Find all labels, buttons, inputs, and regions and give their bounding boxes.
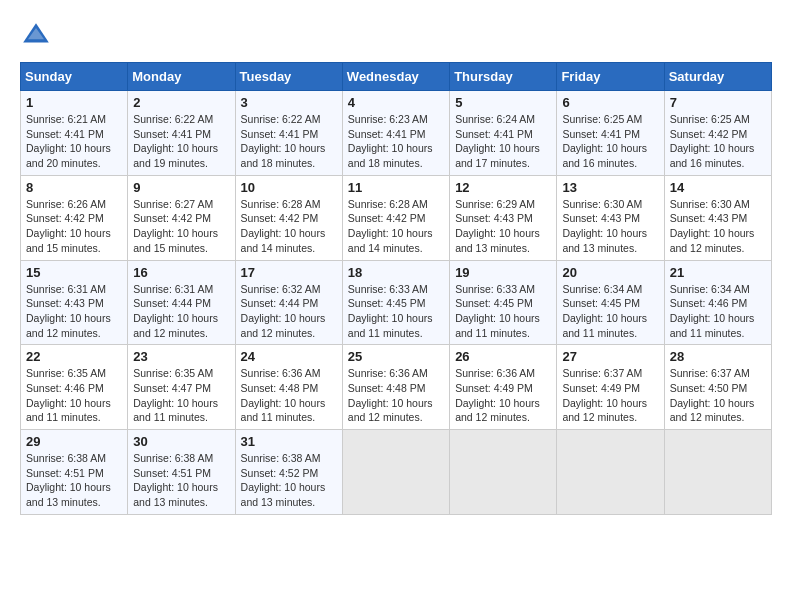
logo [20, 20, 56, 52]
day-number: 16 [133, 265, 229, 280]
day-info: Sunrise: 6:29 AMSunset: 4:43 PMDaylight:… [455, 197, 551, 256]
day-info: Sunrise: 6:32 AMSunset: 4:44 PMDaylight:… [241, 282, 337, 341]
day-number: 22 [26, 349, 122, 364]
day-number: 23 [133, 349, 229, 364]
calendar-cell: 23Sunrise: 6:35 AMSunset: 4:47 PMDayligh… [128, 345, 235, 430]
day-info: Sunrise: 6:22 AMSunset: 4:41 PMDaylight:… [241, 112, 337, 171]
day-info: Sunrise: 6:25 AMSunset: 4:42 PMDaylight:… [670, 112, 766, 171]
calendar-cell: 28Sunrise: 6:37 AMSunset: 4:50 PMDayligh… [664, 345, 771, 430]
day-info: Sunrise: 6:36 AMSunset: 4:48 PMDaylight:… [348, 366, 444, 425]
day-info: Sunrise: 6:22 AMSunset: 4:41 PMDaylight:… [133, 112, 229, 171]
header-day: Wednesday [342, 63, 449, 91]
calendar-cell: 13Sunrise: 6:30 AMSunset: 4:43 PMDayligh… [557, 175, 664, 260]
day-info: Sunrise: 6:27 AMSunset: 4:42 PMDaylight:… [133, 197, 229, 256]
day-number: 2 [133, 95, 229, 110]
day-info: Sunrise: 6:38 AMSunset: 4:51 PMDaylight:… [133, 451, 229, 510]
calendar-cell [342, 430, 449, 515]
day-info: Sunrise: 6:31 AMSunset: 4:44 PMDaylight:… [133, 282, 229, 341]
calendar-cell: 29Sunrise: 6:38 AMSunset: 4:51 PMDayligh… [21, 430, 128, 515]
day-number: 28 [670, 349, 766, 364]
day-number: 30 [133, 434, 229, 449]
day-number: 18 [348, 265, 444, 280]
day-number: 26 [455, 349, 551, 364]
calendar-week: 29Sunrise: 6:38 AMSunset: 4:51 PMDayligh… [21, 430, 772, 515]
day-number: 27 [562, 349, 658, 364]
header-day: Sunday [21, 63, 128, 91]
calendar-cell: 14Sunrise: 6:30 AMSunset: 4:43 PMDayligh… [664, 175, 771, 260]
calendar-cell [450, 430, 557, 515]
calendar-cell: 7Sunrise: 6:25 AMSunset: 4:42 PMDaylight… [664, 91, 771, 176]
day-info: Sunrise: 6:34 AMSunset: 4:45 PMDaylight:… [562, 282, 658, 341]
calendar-cell [664, 430, 771, 515]
calendar-cell: 3Sunrise: 6:22 AMSunset: 4:41 PMDaylight… [235, 91, 342, 176]
day-info: Sunrise: 6:36 AMSunset: 4:48 PMDaylight:… [241, 366, 337, 425]
day-info: Sunrise: 6:25 AMSunset: 4:41 PMDaylight:… [562, 112, 658, 171]
day-number: 25 [348, 349, 444, 364]
day-number: 3 [241, 95, 337, 110]
logo-icon [20, 20, 52, 52]
day-info: Sunrise: 6:28 AMSunset: 4:42 PMDaylight:… [348, 197, 444, 256]
day-number: 11 [348, 180, 444, 195]
header-row: SundayMondayTuesdayWednesdayThursdayFrid… [21, 63, 772, 91]
day-info: Sunrise: 6:23 AMSunset: 4:41 PMDaylight:… [348, 112, 444, 171]
day-info: Sunrise: 6:35 AMSunset: 4:46 PMDaylight:… [26, 366, 122, 425]
day-info: Sunrise: 6:21 AMSunset: 4:41 PMDaylight:… [26, 112, 122, 171]
day-number: 5 [455, 95, 551, 110]
day-info: Sunrise: 6:35 AMSunset: 4:47 PMDaylight:… [133, 366, 229, 425]
day-number: 19 [455, 265, 551, 280]
day-info: Sunrise: 6:28 AMSunset: 4:42 PMDaylight:… [241, 197, 337, 256]
day-number: 14 [670, 180, 766, 195]
calendar-cell: 19Sunrise: 6:33 AMSunset: 4:45 PMDayligh… [450, 260, 557, 345]
calendar-cell: 15Sunrise: 6:31 AMSunset: 4:43 PMDayligh… [21, 260, 128, 345]
calendar-cell: 26Sunrise: 6:36 AMSunset: 4:49 PMDayligh… [450, 345, 557, 430]
day-number: 7 [670, 95, 766, 110]
header-day: Friday [557, 63, 664, 91]
day-number: 13 [562, 180, 658, 195]
calendar-cell: 9Sunrise: 6:27 AMSunset: 4:42 PMDaylight… [128, 175, 235, 260]
calendar-cell: 21Sunrise: 6:34 AMSunset: 4:46 PMDayligh… [664, 260, 771, 345]
day-info: Sunrise: 6:37 AMSunset: 4:49 PMDaylight:… [562, 366, 658, 425]
calendar-cell [557, 430, 664, 515]
calendar-cell: 10Sunrise: 6:28 AMSunset: 4:42 PMDayligh… [235, 175, 342, 260]
day-number: 24 [241, 349, 337, 364]
calendar-cell: 1Sunrise: 6:21 AMSunset: 4:41 PMDaylight… [21, 91, 128, 176]
day-number: 17 [241, 265, 337, 280]
day-number: 29 [26, 434, 122, 449]
calendar-cell: 18Sunrise: 6:33 AMSunset: 4:45 PMDayligh… [342, 260, 449, 345]
calendar-cell: 8Sunrise: 6:26 AMSunset: 4:42 PMDaylight… [21, 175, 128, 260]
calendar-cell: 16Sunrise: 6:31 AMSunset: 4:44 PMDayligh… [128, 260, 235, 345]
day-number: 12 [455, 180, 551, 195]
calendar-cell: 31Sunrise: 6:38 AMSunset: 4:52 PMDayligh… [235, 430, 342, 515]
calendar-cell: 11Sunrise: 6:28 AMSunset: 4:42 PMDayligh… [342, 175, 449, 260]
calendar-cell: 27Sunrise: 6:37 AMSunset: 4:49 PMDayligh… [557, 345, 664, 430]
header-day: Saturday [664, 63, 771, 91]
calendar-week: 8Sunrise: 6:26 AMSunset: 4:42 PMDaylight… [21, 175, 772, 260]
day-number: 9 [133, 180, 229, 195]
calendar-cell: 24Sunrise: 6:36 AMSunset: 4:48 PMDayligh… [235, 345, 342, 430]
calendar-body: 1Sunrise: 6:21 AMSunset: 4:41 PMDaylight… [21, 91, 772, 515]
day-number: 8 [26, 180, 122, 195]
day-info: Sunrise: 6:36 AMSunset: 4:49 PMDaylight:… [455, 366, 551, 425]
page-header [20, 20, 772, 52]
day-number: 15 [26, 265, 122, 280]
calendar-cell: 4Sunrise: 6:23 AMSunset: 4:41 PMDaylight… [342, 91, 449, 176]
calendar-week: 22Sunrise: 6:35 AMSunset: 4:46 PMDayligh… [21, 345, 772, 430]
calendar-cell: 12Sunrise: 6:29 AMSunset: 4:43 PMDayligh… [450, 175, 557, 260]
calendar-cell: 17Sunrise: 6:32 AMSunset: 4:44 PMDayligh… [235, 260, 342, 345]
day-info: Sunrise: 6:38 AMSunset: 4:51 PMDaylight:… [26, 451, 122, 510]
calendar-table: SundayMondayTuesdayWednesdayThursdayFrid… [20, 62, 772, 515]
day-number: 1 [26, 95, 122, 110]
calendar-cell: 6Sunrise: 6:25 AMSunset: 4:41 PMDaylight… [557, 91, 664, 176]
calendar-header: SundayMondayTuesdayWednesdayThursdayFrid… [21, 63, 772, 91]
calendar-week: 15Sunrise: 6:31 AMSunset: 4:43 PMDayligh… [21, 260, 772, 345]
day-info: Sunrise: 6:26 AMSunset: 4:42 PMDaylight:… [26, 197, 122, 256]
day-number: 10 [241, 180, 337, 195]
day-number: 4 [348, 95, 444, 110]
calendar-cell: 30Sunrise: 6:38 AMSunset: 4:51 PMDayligh… [128, 430, 235, 515]
calendar-cell: 25Sunrise: 6:36 AMSunset: 4:48 PMDayligh… [342, 345, 449, 430]
header-day: Thursday [450, 63, 557, 91]
calendar-cell: 22Sunrise: 6:35 AMSunset: 4:46 PMDayligh… [21, 345, 128, 430]
day-info: Sunrise: 6:37 AMSunset: 4:50 PMDaylight:… [670, 366, 766, 425]
header-day: Tuesday [235, 63, 342, 91]
day-info: Sunrise: 6:30 AMSunset: 4:43 PMDaylight:… [562, 197, 658, 256]
